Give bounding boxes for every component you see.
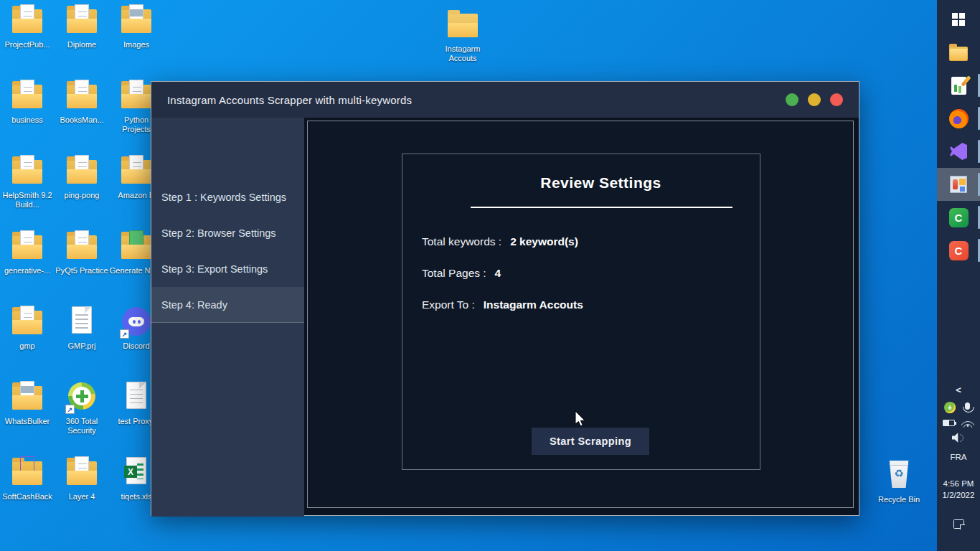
show-hidden-icons-chevron[interactable]: < <box>956 385 961 396</box>
desktop-icon-label: 360 Total Security <box>55 417 109 435</box>
desktop-icon[interactable]: HelpSmith 9.2 Build... <box>0 151 55 226</box>
desktop-icon[interactable]: SoftCashBack <box>0 452 55 527</box>
taskbar-clock[interactable]: 4:56 PM 1/2/2022 <box>943 479 975 501</box>
action-center-icon[interactable] <box>953 519 964 529</box>
recycle-bin-icon <box>888 461 910 488</box>
desktop-icon-label: Instagarm Accouts <box>435 44 490 63</box>
desktop-icon-recycle-bin[interactable]: Recycle Bin <box>872 455 926 504</box>
desktop-icon[interactable]: business <box>0 75 55 151</box>
document-file-icon <box>72 306 92 334</box>
desktop-icon[interactable]: GMP.prj <box>55 301 109 377</box>
helpsmith-icon <box>951 77 966 95</box>
security-360-tray-icon[interactable] <box>944 402 956 413</box>
maximize-button[interactable] <box>808 93 821 106</box>
desktop-icon[interactable]: ProjectPub... <box>0 0 55 75</box>
desktop-icon-label: business <box>11 116 42 125</box>
taskbar: C C < FRA 4:56 PM 1/2/2022 <box>937 0 980 551</box>
power-battery-icon[interactable] <box>943 420 955 426</box>
desktop-icon-label: WhatsBulker <box>5 417 50 426</box>
desktop-icon[interactable]: Layer 4 <box>55 452 109 527</box>
sidebar-step-2[interactable]: Step 2: Browser Settings <box>151 215 304 251</box>
desktop-icon-label: test Proxy. <box>118 417 154 426</box>
desktop-icon[interactable]: BooksMan... <box>55 75 109 151</box>
desktop-icon[interactable]: ping-pong <box>55 151 109 226</box>
system-tray: < FRA 4:56 PM 1/2/2022 <box>937 385 980 529</box>
close-button[interactable] <box>830 93 843 106</box>
window-body: Step 1 : Keywords Settings Step 2: Brows… <box>151 118 859 517</box>
taskbar-firefox[interactable] <box>937 102 980 135</box>
folder-empty-icon <box>448 14 478 37</box>
desktop-icon[interactable]: Images <box>109 0 164 75</box>
minimize-button[interactable] <box>786 93 798 106</box>
folder-firefox-image-icon <box>12 461 42 485</box>
folder-documents-icon <box>67 235 97 259</box>
sidebar-step-3[interactable]: Step 3: Export Settings <box>151 251 304 287</box>
desktop-icon-instagarm-accouts[interactable]: Instagarm Accouts <box>435 4 490 63</box>
taskbar-visual-studio[interactable] <box>937 135 980 168</box>
excel-x-glyph: X <box>124 466 137 478</box>
desktop-icon[interactable]: gmp <box>0 301 55 377</box>
sidebar-step-1[interactable]: Step 1 : Keywords Settings <box>151 179 304 215</box>
review-row-label: Export To : <box>422 298 475 311</box>
main-content-area: Review Settings Total keywords :2 keywor… <box>307 121 854 508</box>
clock-date: 1/2/2022 <box>943 490 975 501</box>
desktop-icon[interactable]: PyQt5 Practice <box>55 226 109 301</box>
start-scrapping-button[interactable]: Start Scrapping <box>532 428 649 455</box>
file-explorer-icon <box>949 47 968 61</box>
desktop-icon-label: Recycle Bin <box>878 495 920 504</box>
wifi-icon[interactable] <box>961 418 974 428</box>
desktop-icon[interactable]: Diplome <box>55 0 109 75</box>
tray-row <box>943 418 974 428</box>
review-row-export-to: Export To :Instagarm Accouts <box>422 298 760 311</box>
review-row-value: 4 <box>495 267 501 279</box>
clock-time: 4:56 PM <box>943 479 975 490</box>
desktop-icon[interactable]: generative-... <box>0 226 55 301</box>
language-indicator[interactable]: FRA <box>951 453 967 461</box>
folder-documents-icon <box>121 160 151 184</box>
folder-documents-icon <box>67 160 97 184</box>
review-row-total-pages: Total Pages :4 <box>422 267 760 280</box>
folder-documents-icon <box>67 9 97 33</box>
start-button[interactable] <box>937 3 980 36</box>
desktop-icon[interactable]: 360 Total Security <box>55 377 109 452</box>
visual-studio-icon <box>950 143 967 160</box>
taskbar-camtasia[interactable]: C <box>937 201 980 234</box>
desktop-icon-label: ping-pong <box>65 191 100 200</box>
folder-documents-icon <box>12 9 42 33</box>
firefox-icon <box>949 109 969 128</box>
desktop-icon-label: Diplome <box>67 40 96 50</box>
taskbar-scrapper-app[interactable] <box>937 168 980 201</box>
taskbar-helpsmith[interactable] <box>937 69 980 102</box>
desktop-icon-label: BooksMan... <box>60 116 103 125</box>
review-row-total-keywords: Total keywords :2 keyword(s) <box>422 235 760 248</box>
shortcut-arrow-icon <box>120 329 129 339</box>
review-row-value: Instagarm Accouts <box>484 298 583 311</box>
sidebar-step-4[interactable]: Step 4: Ready <box>151 287 304 323</box>
folder-documents-icon <box>12 235 42 259</box>
folder-pictures-icon <box>121 9 151 33</box>
microphone-icon[interactable] <box>965 402 970 410</box>
window-controls <box>786 93 843 106</box>
shortcut-arrow-icon <box>65 405 75 414</box>
desktop-icon-label: tiqets.xls <box>121 492 152 501</box>
folder-documents-icon <box>121 85 151 108</box>
desktop-icon[interactable]: WhatsBulker <box>0 377 55 452</box>
desktop-icon-label: generative-... <box>4 266 50 276</box>
desktop-icon-label: SoftCashBack <box>2 492 52 501</box>
desktop-icon-label: gmp <box>19 342 34 351</box>
desktop-icon-label: Images <box>123 40 149 50</box>
title-bar[interactable]: Instagram Accounts Scrapper with multi-k… <box>151 82 859 118</box>
desktop-icon-label: Amazon D <box>118 191 154 200</box>
review-row-label: Total keywords : <box>422 235 501 248</box>
desktop-icon-label: PyQt5 Practice <box>55 266 108 276</box>
review-settings-panel: Review Settings Total keywords :2 keywor… <box>402 154 760 470</box>
review-row-label: Total Pages : <box>422 267 486 279</box>
windows-logo-icon <box>952 13 965 26</box>
folder-documents-icon <box>67 85 97 108</box>
folder-documents-icon <box>12 311 42 334</box>
taskbar-file-explorer[interactable] <box>937 36 980 69</box>
volume-icon[interactable] <box>952 433 965 443</box>
review-row-value: 2 keyword(s) <box>510 235 578 248</box>
taskbar-camtasia-recorder[interactable]: C <box>937 234 980 267</box>
folder-green-content-icon <box>121 235 151 259</box>
